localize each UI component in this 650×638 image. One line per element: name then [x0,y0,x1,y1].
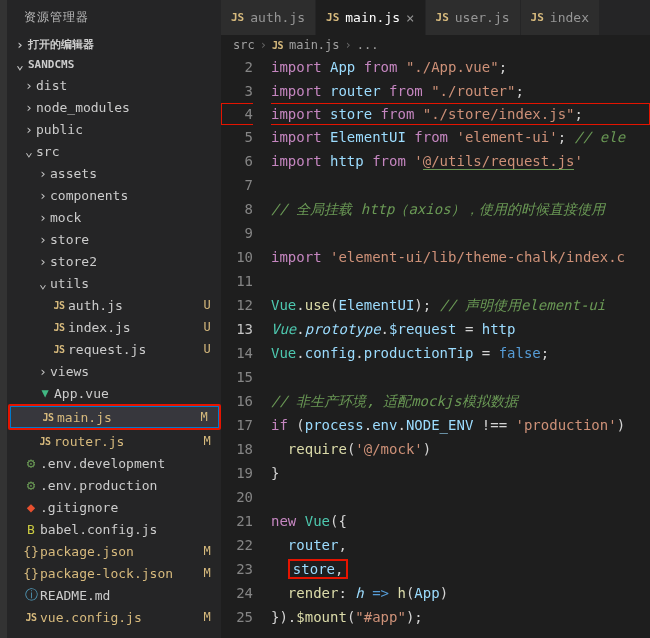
code-line[interactable]: import 'element-ui/lib/theme-chalk/index… [271,245,650,269]
tree-item-label: .gitignore [40,500,215,515]
tree-item[interactable]: JSrouter.jsM [8,430,221,452]
tab[interactable]: JSindex [521,0,600,35]
tree-item[interactable]: ›store [8,228,221,250]
breadcrumb-item[interactable]: ... [357,38,379,52]
tab[interactable]: JSmain.js× [316,0,425,35]
breadcrumb-item[interactable]: main.js [289,38,340,52]
line-number: 23 [221,557,253,581]
sidebar-title: 资源管理器 [8,0,221,34]
code-line[interactable]: } [271,461,650,485]
line-number: 17 [221,413,253,437]
section-open-editors[interactable]: › 打开的编辑器 [8,34,221,54]
tree-item[interactable]: ›node_modules [8,96,221,118]
code-line[interactable] [271,269,650,293]
code-line[interactable]: Vue.use(ElementUI); // 声明使用element-ui [271,293,650,317]
tree-item[interactable]: ›store2 [8,250,221,272]
section-label: 打开的编辑器 [28,37,94,52]
code-line[interactable]: import App from "./App.vue"; [271,55,650,79]
tree-item[interactable]: ⚙.env.production [8,474,221,496]
code-line[interactable]: require('@/mock') [271,437,650,461]
code-line[interactable] [271,221,650,245]
tree-item[interactable]: ⌄utils [8,272,221,294]
code-line[interactable]: Vue.config.productionTip = false; [271,341,650,365]
line-number: 25 [221,605,253,629]
tab[interactable]: JSauth.js [221,0,316,35]
chevron-right-icon: › [36,166,50,181]
code-line[interactable] [271,485,650,509]
tree-item[interactable]: JSindex.jsU [8,316,221,338]
tree-item[interactable]: {}package-lock.jsonM [8,562,221,584]
code-line[interactable]: import store from "./store/index.js"; [271,103,650,125]
line-number: 19 [221,461,253,485]
section-label: SANDCMS [28,58,74,71]
code-editor[interactable]: 2345678910111213141516171819202122232425… [221,55,650,638]
breadcrumb[interactable]: src›JSmain.js›... [221,35,650,55]
chevron-down-icon: ⌄ [36,276,50,291]
line-number: 2 [221,55,253,79]
chevron-right-icon: › [36,254,50,269]
git-status: M [199,566,215,580]
tree-item[interactable]: Bbabel.config.js [8,518,221,540]
file-icon: JS [50,342,68,356]
line-number: 3 [221,79,253,103]
line-number: 11 [221,269,253,293]
tree-item[interactable]: {}package.jsonM [8,540,221,562]
line-number: 15 [221,365,253,389]
file-icon: JS [22,610,40,624]
line-number: 7 [221,173,253,197]
code-line[interactable] [271,173,650,197]
tree-item[interactable]: JSrequest.jsU [8,338,221,360]
tab[interactable]: JSuser.js [426,0,521,35]
tree-item[interactable]: ›public [8,118,221,140]
code-line[interactable]: Vue.prototype.$request = http [271,317,650,341]
code-line[interactable]: import http from '@/utils/request.js' [271,149,650,173]
code-line[interactable]: import ElementUI from 'element-ui'; // e… [271,125,650,149]
line-number: 20 [221,485,253,509]
code-line[interactable] [271,365,650,389]
tree-item[interactable]: ›assets [8,162,221,184]
tree-item[interactable]: JSvue.config.jsM [8,606,221,628]
close-icon[interactable]: × [406,10,414,26]
file-icon: ◆ [22,499,40,515]
tree-item[interactable]: ▼App.vue [8,382,221,404]
line-number: 14 [221,341,253,365]
activity-bar[interactable] [0,0,8,638]
tree-item-label: dist [36,78,215,93]
tree-item[interactable]: ◆.gitignore [8,496,221,518]
code-line[interactable]: render: h => h(App) [271,581,650,605]
chevron-right-icon: › [257,38,270,52]
tabs-bar: JSauth.jsJSmain.js×JSuser.jsJSindex [221,0,650,35]
git-status: M [199,544,215,558]
tree-item[interactable]: ⓘREADME.md [8,584,221,606]
tree-item-label: auth.js [68,298,199,313]
code-line[interactable]: new Vue({ [271,509,650,533]
tree-item[interactable]: ⚙.env.development [8,452,221,474]
tree-item[interactable]: ›mock [8,206,221,228]
code-line[interactable]: }).$mount("#app"); [271,605,650,629]
tree-item[interactable]: ⌄src [8,140,221,162]
sidebar: 资源管理器 › 打开的编辑器 ⌄ SANDCMS ›dist›node_modu… [8,0,221,638]
code-line[interactable]: store, [271,557,650,581]
line-number: 9 [221,221,253,245]
file-icon: {} [22,544,40,559]
git-status: U [199,320,215,334]
code-line[interactable]: // 全局挂载 http（axios），使用的时候直接使用 [271,197,650,221]
tree-item-label: utils [50,276,215,291]
tree-item[interactable]: ›components [8,184,221,206]
code-lines[interactable]: import App from "./App.vue";import route… [271,55,650,638]
tree-item[interactable]: JSmain.jsM [10,406,219,428]
breadcrumb-item[interactable]: src [233,38,255,52]
section-workspace[interactable]: ⌄ SANDCMS [8,54,221,74]
line-number: 21 [221,509,253,533]
code-line[interactable]: // 非生产环境, 适配mockjs模拟数据 [271,389,650,413]
tree-item[interactable]: ›dist [8,74,221,96]
tree-item-label: App.vue [54,386,215,401]
code-line[interactable]: router, [271,533,650,557]
code-line[interactable]: if (process.env.NODE_ENV !== 'production… [271,413,650,437]
tab-label: main.js [345,10,400,25]
line-number: 24 [221,581,253,605]
code-line[interactable]: import router from "./router"; [271,79,650,103]
git-status: U [199,342,215,356]
tree-item[interactable]: ›views [8,360,221,382]
tree-item[interactable]: JSauth.jsU [8,294,221,316]
